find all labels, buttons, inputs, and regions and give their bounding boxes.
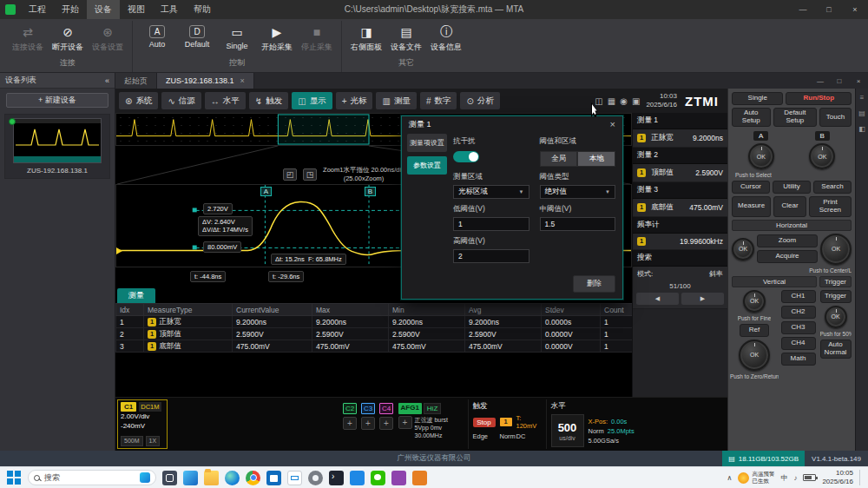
start-acquire-button[interactable]: ▶ 开始采集 xyxy=(257,21,297,56)
math-button[interactable]: Math xyxy=(781,353,816,366)
tab-start-page[interactable]: 起始页 xyxy=(115,73,157,89)
table-row[interactable]: 2 1顶部值 2.5900V2.5900V 2.5900V2.5900V 0.0… xyxy=(116,328,633,340)
search-prev-button[interactable]: ◀ xyxy=(636,293,679,305)
low-threshold-input[interactable]: 1 xyxy=(453,217,529,231)
afg-add-button[interactable]: + xyxy=(398,416,412,429)
mdi-close-button[interactable]: × xyxy=(849,73,868,89)
measure-button[interactable]: Measure xyxy=(732,196,771,217)
delete-button[interactable]: 删除 xyxy=(573,275,615,293)
grid-icon[interactable]: ▦ xyxy=(608,96,615,106)
mdi-maximize-button[interactable]: □ xyxy=(830,73,849,89)
utility-app-icon[interactable] xyxy=(412,471,427,485)
mdi-minimize-button[interactable]: — xyxy=(811,73,830,89)
record-icon[interactable]: ◉ xyxy=(620,96,628,106)
task-view-icon[interactable] xyxy=(162,471,177,485)
cursor-b-label[interactable]: B xyxy=(365,187,376,196)
print-screen-button[interactable]: Print Screen xyxy=(809,196,852,217)
threshold-type-dropdown[interactable]: 绝对值 ▼ xyxy=(540,185,616,199)
horizontal-status-block[interactable]: 水平 500 us/div X-Pos: 0.00s xyxy=(546,399,727,449)
scope-menu-source[interactable]: ∿信源 xyxy=(161,92,201,109)
camera-app-icon[interactable] xyxy=(391,471,406,485)
trigger-menu-button[interactable]: Trigger xyxy=(820,290,852,303)
tab-device[interactable]: ZUS-192.168.138.1 × xyxy=(157,73,254,89)
search-next-button[interactable]: ▶ xyxy=(681,293,724,305)
device-files-button[interactable]: ▤ 设备文件 xyxy=(386,21,426,56)
stop-acquire-button[interactable]: ■ 停止采集 xyxy=(297,21,337,56)
file-explorer-icon[interactable] xyxy=(204,471,219,485)
dialog-close-icon[interactable]: × xyxy=(610,119,615,129)
ch2-button[interactable]: CH2 xyxy=(781,306,816,319)
terminal-icon[interactable] xyxy=(329,471,344,485)
widgets-icon[interactable] xyxy=(183,471,198,485)
search-panel-header[interactable]: 搜索 xyxy=(633,250,727,267)
scope-menu-trigger[interactable]: ↯触发 xyxy=(249,92,288,109)
channel2-add-button[interactable]: + xyxy=(343,417,357,430)
clear-button[interactable]: Clear xyxy=(773,196,806,217)
acquire-button[interactable]: Acquire xyxy=(757,250,818,263)
connect-device-button[interactable]: ⇄ 连接设备 xyxy=(8,21,48,56)
channel2-badge[interactable]: C2 xyxy=(343,403,357,414)
single-button[interactable]: Single xyxy=(732,92,783,105)
channel4-add-button[interactable]: + xyxy=(379,417,393,430)
scope-menu-cursor[interactable]: +光标 xyxy=(336,92,373,109)
scope-menu-measure[interactable]: ▥测量 xyxy=(376,92,416,109)
settings-icon[interactable] xyxy=(308,471,323,485)
taskbar-search[interactable]: 搜索 xyxy=(28,470,156,485)
auto-button[interactable]: A Auto xyxy=(137,21,177,56)
local-button[interactable]: 本地 xyxy=(577,151,615,167)
table-row[interactable]: 1 1正脉宽 9.2000ns9.2000ns 9.2000ns9.2000ns… xyxy=(116,316,633,328)
edge-browser-icon[interactable] xyxy=(225,471,240,485)
chrome-browser-icon[interactable] xyxy=(246,471,260,485)
zoom-window-left-button[interactable]: ◰ xyxy=(283,168,297,181)
frequency-counter-result[interactable]: 1 19.99600kHz xyxy=(633,234,727,250)
storage-indicator[interactable]: ▤ 18.11GB/103.52GB xyxy=(722,451,805,466)
scope-menu-analyze[interactable]: ⊙分析 xyxy=(460,92,499,109)
global-button[interactable]: 全局 xyxy=(540,151,578,167)
auto-setup-button[interactable]: Auto Setup xyxy=(732,108,771,127)
afg-block[interactable]: AFG1 HiZ + 正弦波 burst 5Vpp 0mv 30.00MHz xyxy=(397,399,466,449)
vertical-position-knob[interactable]: OK xyxy=(743,290,766,313)
frequency-counter-header[interactable]: 频率计 xyxy=(633,217,727,234)
disconnect-device-button[interactable]: ⊘ 断开设备 xyxy=(48,21,88,56)
show-desktop-button[interactable] xyxy=(859,470,862,485)
single-toolbar-button[interactable]: ▭ Single xyxy=(217,21,257,56)
device-info-button[interactable]: ⓘ 设备信息 xyxy=(426,21,466,56)
high-threshold-input[interactable]: 2 xyxy=(453,249,529,263)
measure-region-dropdown[interactable]: 光标区域 ▼ xyxy=(453,185,529,199)
zoom-button[interactable]: Zoom xyxy=(757,234,818,247)
table-row[interactable]: 3 1底部值 475.00mV475.00mV 475.00mV475.00mV… xyxy=(116,340,633,353)
ch4-button[interactable]: CH4 xyxy=(781,337,816,350)
anti-interference-toggle[interactable] xyxy=(453,151,479,162)
start-button[interactable] xyxy=(6,470,22,485)
menu-help[interactable]: 帮助 xyxy=(186,0,219,19)
channel3-add-button[interactable]: + xyxy=(361,417,375,430)
auto-normal-button[interactable]: Auto Normal xyxy=(820,340,852,359)
tab-close-icon[interactable]: × xyxy=(240,76,245,85)
window-close-button[interactable]: × xyxy=(842,0,868,19)
channel1-block[interactable]: C1 DC1M 2.00V/div -240mV 500M 1X xyxy=(117,399,168,449)
measure3-result[interactable]: 1 底部值 475.00mV xyxy=(633,199,727,217)
panel-files-icon[interactable]: ▤ xyxy=(858,109,865,117)
ime-indicator[interactable]: 中 xyxy=(780,473,787,483)
channel4-badge[interactable]: C4 xyxy=(379,403,393,414)
default-button[interactable]: D Default xyxy=(177,21,217,56)
panel-toggle-icon[interactable]: ◧ xyxy=(858,125,865,133)
mail-icon[interactable] xyxy=(287,471,302,485)
multipurpose-knob-a[interactable]: OK xyxy=(748,143,774,169)
mid-threshold-input[interactable]: 1.5 xyxy=(540,217,616,231)
ch3-button[interactable]: CH3 xyxy=(781,321,816,334)
measure-table-tab[interactable]: 测量 xyxy=(117,288,155,303)
weather-alert[interactable]: 高温预警 已生效 xyxy=(738,471,774,485)
sidebar-collapse-icon[interactable]: « xyxy=(105,76,109,85)
menu-device[interactable]: 设备 xyxy=(87,0,120,19)
search-button[interactable]: Search xyxy=(813,181,852,194)
scope-menu-horizontal[interactable]: ↔水平 xyxy=(205,92,246,109)
store-icon[interactable] xyxy=(266,471,281,485)
cursor-a-label[interactable]: A xyxy=(260,187,272,196)
volume-icon[interactable]: ♪ xyxy=(793,474,797,482)
scope-menu-digital[interactable]: #数字 xyxy=(420,92,457,109)
measure2-result[interactable]: 1 顶部值 2.5900V xyxy=(633,164,727,182)
menu-project[interactable]: 工程 xyxy=(21,0,54,19)
zoom-window-right-button[interactable]: ◳ xyxy=(303,168,317,181)
channel3-badge[interactable]: C3 xyxy=(361,403,375,414)
